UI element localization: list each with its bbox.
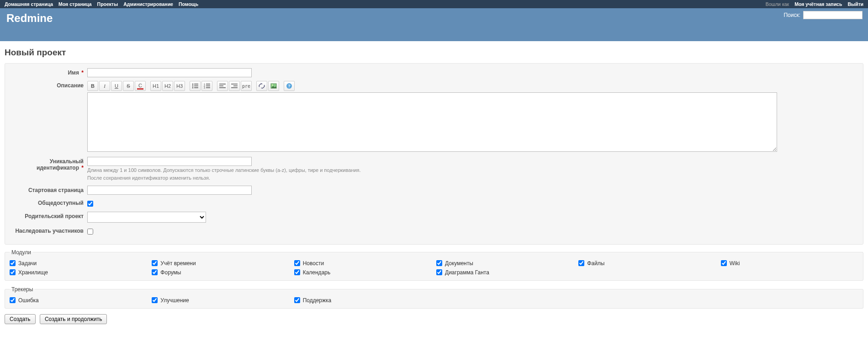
module-label: Диаграмма Ганта — [445, 269, 489, 276]
module-item[interactable]: Документы — [436, 260, 574, 267]
align-left-icon — [219, 83, 226, 89]
description-textarea[interactable] — [87, 92, 777, 152]
create-button[interactable] — [5, 314, 36, 324]
help-icon: ? — [286, 83, 292, 89]
name-label: Имя * — [10, 68, 87, 76]
module-item[interactable]: Задачи — [10, 260, 147, 267]
module-label: Задачи — [18, 260, 37, 267]
module-item[interactable]: Календарь — [294, 269, 432, 276]
search-input[interactable] — [803, 11, 863, 19]
pre-button[interactable]: pre — [241, 81, 252, 91]
svg-rect-5 — [194, 87, 198, 88]
bold-button[interactable]: B — [87, 81, 98, 91]
nav-my-page[interactable]: Моя страница — [58, 1, 92, 7]
align-right-button[interactable] — [229, 81, 240, 91]
color-button[interactable]: C — [135, 81, 146, 91]
description-label: Описание — [10, 81, 87, 89]
nav-help[interactable]: Помощь — [179, 1, 198, 7]
search-label: Поиск: — [783, 12, 800, 18]
nav-logout[interactable]: Выйти — [847, 1, 863, 7]
svg-point-4 — [192, 87, 194, 89]
image-button[interactable] — [268, 81, 279, 91]
tracker-checkbox[interactable] — [10, 297, 16, 303]
tracker-checkbox[interactable] — [152, 297, 158, 303]
module-checkbox[interactable] — [436, 269, 442, 275]
homepage-input[interactable] — [87, 186, 252, 195]
module-label: Новости — [303, 260, 324, 267]
svg-rect-14 — [219, 87, 226, 88]
module-label: Хранилище — [18, 269, 48, 276]
svg-rect-9 — [206, 86, 210, 86]
modules-fieldset: Модули ЗадачиУчёт времениНовостиДокумент… — [5, 249, 863, 281]
italic-button[interactable]: I — [99, 81, 110, 91]
module-item[interactable]: Файлы — [578, 260, 716, 267]
inherit-checkbox[interactable] — [87, 229, 93, 235]
svg-rect-11 — [206, 87, 210, 88]
module-item[interactable]: Новости — [294, 260, 432, 267]
module-checkbox[interactable] — [152, 269, 158, 275]
svg-rect-1 — [194, 84, 198, 85]
identifier-hint2: После сохранения идентификатор изменить … — [87, 175, 858, 182]
svg-rect-13 — [219, 86, 223, 86]
svg-rect-15 — [231, 84, 238, 85]
module-label: Форумы — [160, 269, 181, 276]
module-item[interactable]: Wiki — [721, 260, 858, 267]
module-checkbox[interactable] — [10, 269, 16, 275]
h1-button[interactable]: H1 — [150, 81, 161, 91]
parent-label: Родительский проект — [10, 212, 87, 219]
module-item[interactable]: Учёт времени — [152, 260, 289, 267]
module-item[interactable]: Хранилище — [10, 269, 147, 276]
header: Redmine Поиск: — [0, 8, 868, 41]
module-checkbox[interactable] — [578, 260, 584, 266]
top-menu: Домашняя страница Моя страница Проекты А… — [0, 0, 868, 8]
inherit-label: Наследовать участников — [10, 226, 87, 234]
ordered-list-icon: 123 — [204, 83, 210, 89]
module-label: Файлы — [587, 260, 604, 267]
public-checkbox[interactable] — [87, 201, 93, 207]
page-title: Новый проект — [5, 48, 863, 58]
nav-admin[interactable]: Администрирование — [123, 1, 173, 7]
tracker-label: Ошибка — [18, 297, 39, 304]
module-checkbox[interactable] — [10, 260, 16, 266]
modules-legend: Модули — [10, 249, 33, 256]
logged-in-as: Вошли как — [766, 1, 789, 7]
nav-my-account[interactable]: Моя учётная запись — [794, 1, 842, 7]
create-continue-button[interactable] — [40, 314, 107, 324]
strike-button[interactable]: S — [123, 81, 134, 91]
h3-button[interactable]: H3 — [174, 81, 185, 91]
help-button[interactable]: ? — [284, 81, 295, 91]
module-checkbox[interactable] — [152, 260, 158, 266]
tracker-item[interactable]: Поддержка — [294, 297, 432, 304]
app-title: Redmine — [6, 12, 862, 25]
module-checkbox[interactable] — [294, 269, 300, 275]
h2-button[interactable]: H2 — [162, 81, 173, 91]
ol-button[interactable]: 123 — [201, 81, 212, 91]
tracker-item[interactable]: Улучшение — [152, 297, 289, 304]
tracker-item[interactable]: Ошибка — [10, 297, 147, 304]
nav-projects[interactable]: Проекты — [97, 1, 118, 7]
link-button[interactable] — [256, 81, 267, 91]
module-checkbox[interactable] — [721, 260, 727, 266]
tracker-checkbox[interactable] — [294, 297, 300, 303]
nav-home[interactable]: Домашняя страница — [5, 1, 53, 7]
svg-text:?: ? — [288, 84, 291, 88]
svg-point-2 — [192, 86, 194, 87]
identifier-input[interactable] — [87, 157, 252, 166]
align-left-button[interactable] — [217, 81, 228, 91]
module-item[interactable]: Диаграмма Ганта — [436, 269, 574, 276]
svg-point-0 — [192, 84, 194, 85]
underline-button[interactable]: U — [111, 81, 122, 91]
svg-rect-16 — [233, 86, 238, 86]
identifier-hint1: Длина между 1 и 100 символов. Допускаютс… — [87, 167, 858, 174]
homepage-label: Стартовая страница — [10, 186, 87, 193]
module-label: Учёт времени — [160, 260, 196, 267]
ul-button[interactable] — [190, 81, 201, 91]
module-item[interactable]: Форумы — [152, 269, 289, 276]
parent-select[interactable] — [87, 212, 206, 223]
align-right-icon — [231, 83, 238, 89]
svg-rect-12 — [219, 84, 226, 85]
module-checkbox[interactable] — [436, 260, 442, 266]
module-checkbox[interactable] — [294, 260, 300, 266]
name-input[interactable] — [87, 68, 252, 77]
svg-rect-3 — [194, 86, 198, 86]
